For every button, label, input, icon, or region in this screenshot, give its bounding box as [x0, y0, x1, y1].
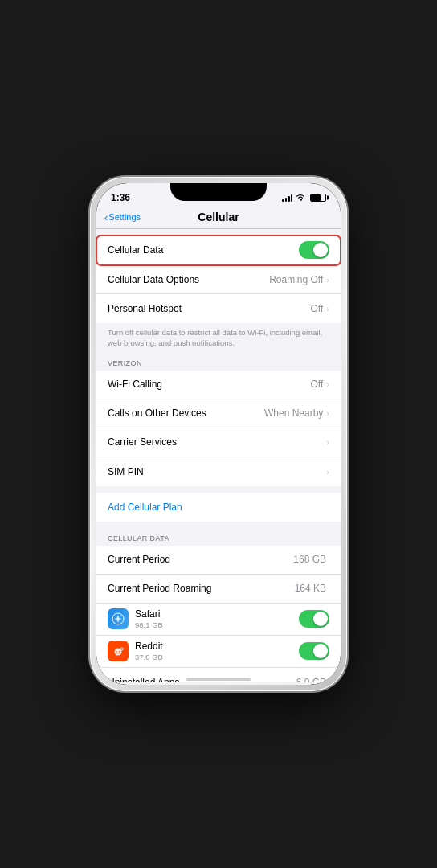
safari-app-icon [108, 608, 129, 629]
cellular-data-options-label: Cellular Data Options [108, 274, 269, 285]
gap-1 [96, 486, 341, 493]
svg-point-6 [120, 648, 122, 649]
carrier-services-row[interactable]: Carrier Services › [96, 428, 341, 457]
signal-bars-icon [282, 194, 292, 202]
safari-info: Safari 98.1 GB [135, 608, 299, 630]
home-indicator [186, 678, 251, 681]
chevron-icon: › [326, 437, 329, 447]
reddit-row[interactable]: Reddit 37.0 GB [96, 636, 341, 668]
verizon-section: Wi-Fi Calling Off › Calls on Other Devic… [96, 371, 341, 486]
reddit-size: 37.0 GB [135, 653, 299, 661]
top-gap [96, 229, 341, 235]
cellular-data-options-row[interactable]: Cellular Data Options Roaming Off › [96, 265, 341, 294]
personal-hotspot-row[interactable]: Personal Hotspot Off › [96, 294, 341, 323]
screen: 1:36 [96, 183, 341, 685]
calls-other-devices-row[interactable]: Calls on Other Devices When Nearby › [96, 399, 341, 428]
safari-toggle[interactable] [299, 610, 329, 628]
carrier-services-label: Carrier Services [108, 436, 326, 448]
back-label: Settings [108, 212, 141, 222]
status-time: 1:36 [111, 192, 130, 203]
toggle-knob [313, 243, 328, 257]
content-scroll[interactable]: Cellular Data Cellular Data Options Roam… [96, 229, 341, 682]
reddit-info: Reddit 37.0 GB [135, 641, 299, 662]
status-icons [282, 193, 326, 203]
safari-size: 98.1 GB [135, 620, 299, 629]
current-period-roaming-row: Current Period Roaming 164 KB [96, 575, 341, 604]
calls-other-devices-label: Calls on Other Devices [108, 407, 264, 419]
calls-other-devices-value: When Nearby [264, 407, 323, 419]
sim-pin-label: SIM PIN [108, 466, 326, 477]
cellular-data-label: Cellular Data [108, 244, 299, 256]
page-title: Cellular [198, 211, 239, 223]
wifi-icon [296, 193, 305, 203]
chevron-icon: › [326, 379, 329, 389]
chevron-icon: › [326, 467, 329, 477]
reddit-name: Reddit [135, 641, 299, 653]
current-period-value: 168 GB [293, 554, 326, 565]
cellular-data-section: Cellular Data Cellular Data Options Roam… [96, 235, 341, 323]
current-period-label: Current Period [108, 554, 293, 565]
cellular-data-row[interactable]: Cellular Data [96, 235, 341, 265]
add-cellular-plan-row[interactable]: Add Cellular Plan [96, 493, 341, 522]
svg-point-3 [116, 651, 117, 653]
back-button[interactable]: ‹ Settings [104, 211, 141, 223]
add-cellular-plan-label: Add Cellular Plan [108, 502, 329, 513]
reddit-toggle[interactable] [299, 642, 329, 660]
gap-2 [96, 522, 341, 528]
cellular-data-toggle[interactable] [299, 241, 329, 259]
cellular-data-usage-section: Current Period 168 GB Current Period Roa… [96, 546, 341, 682]
nav-bar: ‹ Settings Cellular [96, 207, 341, 228]
wifi-calling-row[interactable]: Wi-Fi Calling Off › [96, 371, 341, 399]
current-period-roaming-label: Current Period Roaming [108, 583, 295, 594]
personal-hotspot-value: Off [311, 303, 324, 314]
toggle-knob [313, 612, 328, 626]
reddit-app-icon [108, 641, 129, 661]
current-period-row: Current Period 168 GB [96, 546, 341, 575]
safari-row[interactable]: Safari 98.1 GB [96, 604, 341, 636]
phone-inner: 1:36 [96, 183, 341, 685]
cellular-data-usage-header: CELLULAR DATA [96, 528, 341, 546]
current-period-roaming-value: 164 KB [295, 583, 326, 594]
chevron-icon: › [326, 304, 329, 313]
sim-pin-row[interactable]: SIM PIN › [96, 457, 341, 486]
wifi-calling-value: Off [311, 379, 324, 390]
safari-name: Safari [135, 608, 299, 621]
toggle-knob [313, 644, 328, 658]
personal-hotspot-label: Personal Hotspot [108, 303, 311, 314]
svg-marker-1 [114, 615, 122, 623]
svg-point-4 [119, 651, 120, 653]
cellular-data-description: Turn off cellular data to restrict all d… [96, 323, 341, 353]
chevron-icon: › [326, 408, 329, 418]
notch [170, 183, 267, 201]
battery-icon [310, 194, 326, 202]
uninstalled-apps-value: 6.0 GB [296, 677, 326, 682]
phone-frame: 1:36 [90, 177, 347, 691]
wifi-calling-label: Wi-Fi Calling [108, 379, 311, 390]
back-chevron-icon: ‹ [104, 211, 108, 223]
cellular-data-options-value: Roaming Off [269, 274, 323, 285]
chevron-icon: › [326, 275, 329, 285]
verizon-section-header: VERIZON [96, 353, 341, 371]
